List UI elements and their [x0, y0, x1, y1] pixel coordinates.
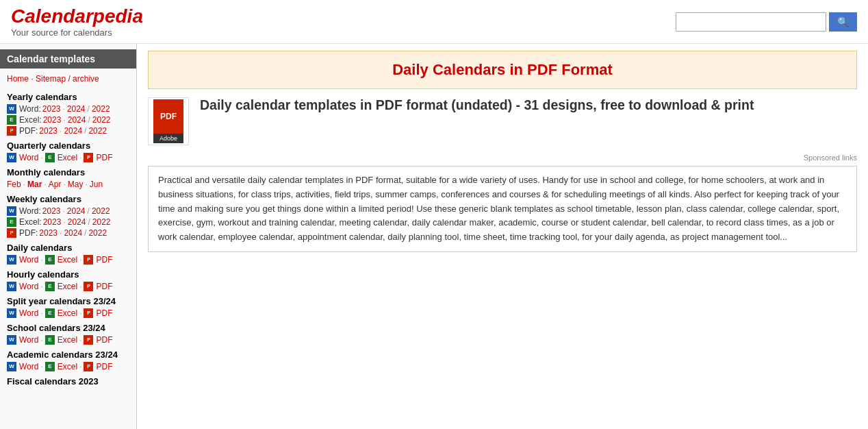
logo-calendar: Calendar: [11, 5, 93, 27]
academic-pdf[interactable]: PDF: [96, 362, 112, 371]
weekly-pdf-row: P PDF: 2023 · 2024 / 2022: [0, 228, 136, 238]
sponsored-links: Sponsored links: [148, 154, 857, 162]
school-word[interactable]: Word: [19, 335, 38, 345]
hourly-row: W Word · E Excel · P PDF: [0, 281, 136, 292]
pdf-icon-bottom: Adobe: [153, 134, 183, 143]
quarterly-excel[interactable]: Excel: [58, 153, 77, 162]
split-excel[interactable]: Excel: [58, 308, 77, 318]
intro-heading: Daily calendar templates in PDF format (…: [200, 97, 754, 113]
yearly-word-2023[interactable]: 2023: [42, 104, 61, 114]
yearly-pdf-2023[interactable]: 2023: [39, 126, 58, 136]
weekly-word-row: W Word: 2023 · 2024 / 2022: [0, 206, 136, 217]
page-banner: Daily Calendars in PDF Format: [148, 51, 857, 89]
sidebar-title: Calendar templates: [0, 49, 136, 69]
yearly-pdf-2022[interactable]: 2022: [88, 126, 107, 136]
pdf-icon-ac: P: [84, 362, 93, 371]
yearly-word-2022[interactable]: 2022: [92, 104, 110, 114]
hourly-pdf[interactable]: PDF: [96, 282, 112, 291]
pdf-icon-sc: P: [84, 335, 93, 345]
section-title-weekly: Weekly calendars: [0, 190, 136, 206]
page-title: Daily Calendars in PDF Format: [158, 61, 847, 79]
quarterly-word[interactable]: Word: [19, 153, 38, 162]
daily-word[interactable]: Word: [19, 255, 38, 265]
section-title-fiscal: Fiscal calendars 2023: [0, 372, 136, 388]
monthly-row: Feb · Mar · Apr · May · Jun: [0, 179, 136, 190]
weekly-excel-2024[interactable]: 2024: [68, 217, 86, 227]
logo-tagline: Your source for calendars: [11, 27, 143, 38]
excel-icon-ac: E: [45, 362, 55, 371]
monthly-feb[interactable]: Feb: [7, 180, 21, 189]
section-title-hourly: Hourly calendars: [0, 265, 136, 281]
quarterly-pdf[interactable]: PDF: [96, 153, 112, 162]
logo-area: Calendarpedia Your source for calendars: [11, 5, 143, 38]
description-box: Practical and versatile daily calendar t…: [148, 166, 857, 252]
excel-icon: E: [7, 115, 16, 125]
weekly-excel-row: E Excel: 2023 · 2024 / 2022: [0, 217, 136, 228]
sidebar: Calendar templates Home · Sitemap / arch…: [0, 44, 137, 429]
word-icon-d: W: [7, 255, 16, 265]
header: Calendarpedia Your source for calendars …: [0, 0, 868, 44]
yearly-excel-2022[interactable]: 2022: [92, 115, 111, 125]
split-pdf[interactable]: PDF: [96, 308, 112, 318]
weekly-word-2024[interactable]: 2024: [67, 206, 86, 216]
weekly-word-2023[interactable]: 2023: [42, 206, 61, 216]
search-button[interactable]: 🔍: [829, 12, 857, 32]
yearly-word-2024[interactable]: 2024: [67, 104, 86, 114]
weekly-word-label: Word:: [19, 206, 41, 216]
word-icon-ac: W: [7, 362, 16, 371]
weekly-pdf-2023[interactable]: 2023: [39, 228, 58, 238]
pdf-icon-d: P: [84, 255, 93, 265]
academic-excel[interactable]: Excel: [58, 362, 77, 371]
pdf-icon-h: P: [84, 282, 93, 291]
description-text: Practical and versatile daily calendar t…: [158, 173, 847, 245]
monthly-mar[interactable]: Mar: [27, 180, 42, 189]
school-excel[interactable]: Excel: [58, 335, 77, 345]
quarterly-row: W Word · E Excel · P PDF: [0, 152, 136, 163]
excel-icon-h: E: [45, 282, 55, 291]
sidebar-nav-sitemap[interactable]: Sitemap / archive: [36, 74, 99, 84]
word-icon-h: W: [7, 282, 16, 291]
section-title-school: School calendars 23/24: [0, 319, 136, 334]
daily-excel[interactable]: Excel: [58, 255, 77, 265]
search-input[interactable]: [676, 12, 826, 32]
yearly-word-label: Word:: [19, 104, 41, 114]
sidebar-nav: Home · Sitemap / archive: [0, 73, 136, 88]
monthly-apr[interactable]: Apr: [49, 180, 62, 189]
yearly-pdf-row: P PDF: 2023 · 2024 / 2022: [0, 125, 136, 136]
excel-icon-d: E: [45, 255, 55, 265]
yearly-pdf-2024[interactable]: 2024: [64, 126, 82, 136]
split-row: W Word · E Excel · P PDF: [0, 308, 136, 319]
weekly-pdf-2024[interactable]: 2024: [64, 228, 82, 238]
monthly-may[interactable]: May: [68, 180, 84, 189]
split-word[interactable]: Word: [19, 308, 38, 318]
word-icon-q: W: [7, 153, 16, 162]
section-title-monthly: Monthly calendars: [0, 163, 136, 179]
pdf-icon-q: P: [84, 153, 93, 162]
yearly-excel-label: Excel:: [19, 115, 42, 125]
weekly-excel-2023[interactable]: 2023: [43, 217, 62, 227]
school-pdf[interactable]: PDF: [96, 335, 112, 345]
section-title-quarterly: Quarterly calendars: [0, 136, 136, 152]
excel-icon-s: E: [45, 308, 55, 318]
word-icon-w: W: [7, 206, 16, 216]
academic-word[interactable]: Word: [19, 362, 38, 371]
logo[interactable]: Calendarpedia: [11, 5, 143, 27]
hourly-word[interactable]: Word: [19, 282, 38, 291]
section-title-yearly: Yearly calendars: [0, 88, 136, 103]
weekly-word-2022[interactable]: 2022: [92, 206, 110, 216]
monthly-jun[interactable]: Jun: [90, 180, 103, 189]
yearly-excel-2024[interactable]: 2024: [68, 115, 86, 125]
sidebar-nav-home[interactable]: Home: [7, 74, 29, 84]
hourly-excel[interactable]: Excel: [58, 282, 77, 291]
yearly-excel-2023[interactable]: 2023: [43, 115, 62, 125]
pdf-icon-w: P: [7, 228, 16, 238]
pdf-file-icon: PDF Adobe: [148, 97, 189, 145]
word-icon-sc: W: [7, 335, 16, 345]
weekly-pdf-2022[interactable]: 2022: [88, 228, 107, 238]
main-layout: Calendar templates Home · Sitemap / arch…: [0, 44, 868, 429]
daily-pdf[interactable]: PDF: [96, 255, 112, 265]
weekly-excel-2022[interactable]: 2022: [92, 217, 111, 227]
weekly-excel-label: Excel:: [19, 217, 42, 227]
academic-row: W Word · E Excel · P PDF: [0, 361, 136, 372]
yearly-excel-row: E Excel: 2023 · 2024 / 2022: [0, 114, 136, 125]
